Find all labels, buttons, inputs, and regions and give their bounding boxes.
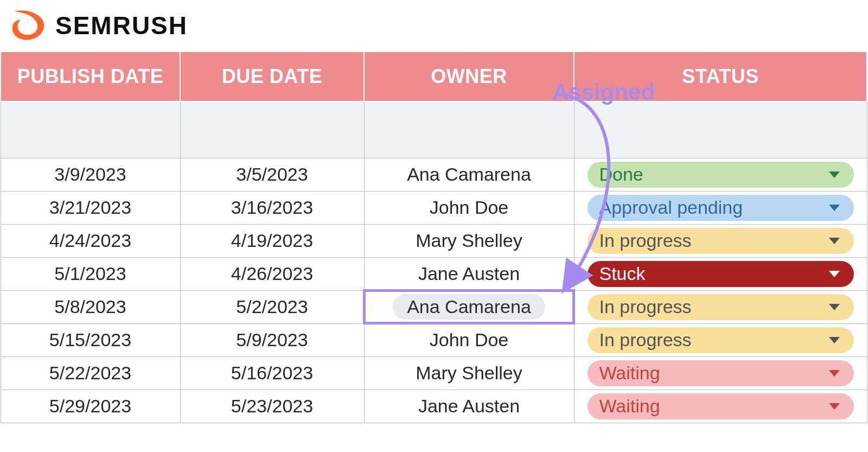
status-select[interactable]: In progress: [588, 294, 854, 320]
status-label: In progress: [599, 230, 692, 251]
status-select[interactable]: Approval pending: [588, 195, 854, 221]
cell-publish-date[interactable]: 5/29/2023: [1, 390, 180, 423]
status-label: In progress: [599, 329, 692, 351]
cell-status[interactable]: In progress: [574, 323, 867, 356]
chevron-down-icon: [829, 205, 840, 211]
cell-owner[interactable]: Mary Shelley: [364, 224, 574, 257]
table-row: 3/9/20233/5/2023Ana CamarenaDone: [1, 158, 867, 191]
spacer-row: [1, 101, 867, 158]
cell-publish-date[interactable]: 3/21/2023: [1, 191, 180, 224]
chevron-down-icon: [829, 403, 840, 410]
status-label: Waiting: [599, 362, 660, 384]
status-label: Waiting: [599, 396, 660, 417]
owner-chip[interactable]: Ana Camarena: [393, 294, 545, 320]
table-row: 3/21/20233/16/2023John DoeApproval pendi…: [1, 191, 867, 224]
cell-status[interactable]: Approval pending: [574, 191, 867, 224]
chevron-down-icon: [829, 304, 840, 310]
table-row: 5/8/20235/2/2023Ana CamarenaIn progress: [1, 290, 867, 323]
col-due-date: DUE DATE: [180, 52, 364, 101]
status-select[interactable]: In progress: [588, 327, 854, 353]
cell-due-date[interactable]: 4/26/2023: [180, 257, 364, 290]
cell-owner[interactable]: Ana Camarena: [364, 290, 574, 323]
status-label: Approval pending: [599, 197, 743, 218]
col-owner: OWNER: [364, 52, 574, 101]
brand-logo: SEMRUSH: [0, 0, 868, 51]
chevron-down-icon: [829, 271, 840, 277]
chevron-down-icon: [829, 238, 840, 244]
cell-owner[interactable]: John Doe: [364, 191, 574, 224]
brand-name: SEMRUSH: [55, 11, 188, 40]
cell-due-date[interactable]: 3/5/2023: [180, 158, 364, 191]
cell-due-date[interactable]: 4/19/2023: [180, 224, 364, 257]
status-label: Stuck: [599, 263, 646, 284]
status-label: Done: [599, 164, 643, 185]
cell-publish-date[interactable]: 5/8/2023: [1, 290, 180, 323]
status-label: In progress: [599, 296, 692, 317]
content-calendar-table-wrap: PUBLISH DATE DUE DATE OWNER STATUS 3/9/2…: [0, 51, 866, 423]
semrush-flame-icon: [8, 10, 47, 41]
cell-status[interactable]: Waiting: [574, 390, 867, 423]
col-publish-date: PUBLISH DATE: [1, 52, 180, 101]
content-calendar-table: PUBLISH DATE DUE DATE OWNER STATUS 3/9/2…: [0, 51, 867, 423]
col-status: STATUS: [574, 52, 867, 101]
status-select[interactable]: Stuck: [588, 261, 854, 287]
chevron-down-icon: [829, 337, 840, 343]
cell-due-date[interactable]: 5/9/2023: [180, 323, 364, 356]
table-row: 5/1/20234/26/2023Jane AustenStuck: [1, 257, 867, 290]
chevron-down-icon: [829, 370, 840, 377]
cell-publish-date[interactable]: 5/15/2023: [1, 323, 180, 356]
chevron-down-icon: [829, 171, 840, 178]
cell-status[interactable]: In progress: [574, 224, 867, 257]
status-select[interactable]: Waiting: [588, 393, 854, 419]
cell-owner[interactable]: Ana Camarena: [364, 158, 574, 191]
cell-owner[interactable]: Mary Shelley: [364, 356, 574, 390]
cell-due-date[interactable]: 5/16/2023: [180, 356, 364, 390]
cell-publish-date[interactable]: 5/22/2023: [1, 356, 180, 390]
cell-due-date[interactable]: 5/2/2023: [180, 290, 364, 323]
table-row: 5/29/20235/23/2023Jane AustenWaiting: [1, 390, 867, 423]
cell-due-date[interactable]: 5/23/2023: [180, 390, 364, 423]
cell-publish-date[interactable]: 5/1/2023: [1, 257, 180, 290]
status-select[interactable]: In progress: [588, 228, 854, 254]
cell-owner[interactable]: Jane Austen: [364, 390, 574, 423]
table-row: 5/15/20235/9/2023John DoeIn progress: [1, 323, 867, 356]
table-row: 4/24/20234/19/2023Mary ShelleyIn progres…: [1, 224, 867, 257]
cell-owner[interactable]: Jane Austen: [364, 257, 574, 290]
status-select[interactable]: Waiting: [588, 360, 854, 386]
status-select[interactable]: Done: [588, 162, 854, 188]
cell-status[interactable]: Waiting: [574, 356, 867, 390]
cell-publish-date[interactable]: 4/24/2023: [1, 224, 180, 257]
cell-status[interactable]: Done: [574, 158, 867, 191]
table-row: 5/22/20235/16/2023Mary ShelleyWaiting: [1, 356, 867, 390]
cell-owner[interactable]: John Doe: [364, 323, 574, 356]
cell-status[interactable]: In progress: [574, 290, 867, 323]
table-header-row: PUBLISH DATE DUE DATE OWNER STATUS: [1, 52, 867, 101]
svg-point-0: [22, 24, 31, 33]
cell-due-date[interactable]: 3/16/2023: [180, 191, 364, 224]
cell-publish-date[interactable]: 3/9/2023: [1, 158, 180, 191]
cell-status[interactable]: Stuck: [574, 257, 867, 290]
